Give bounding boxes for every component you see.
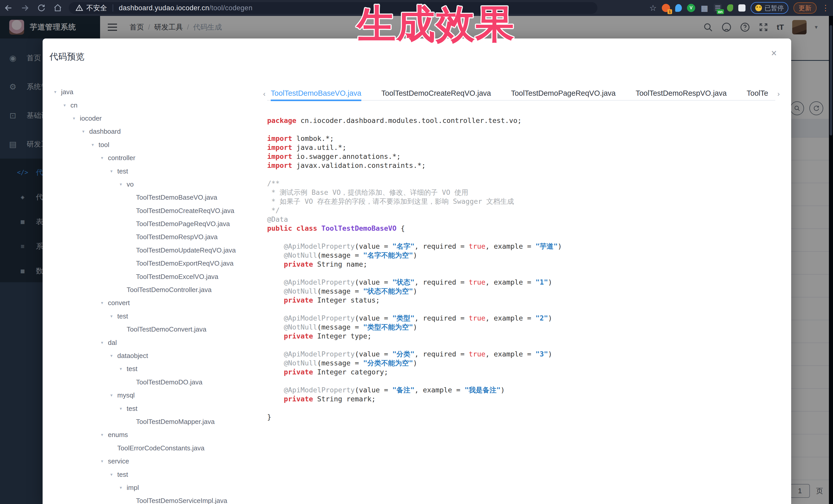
ext-list-icon[interactable]: on [714, 4, 722, 12]
tree-node[interactable]: ▾service [43, 455, 261, 468]
back-icon[interactable] [4, 4, 13, 12]
tree-node[interactable]: ToolTestDemoUpdateReqVO.java [43, 244, 261, 257]
code-preview-dialog: 代码预览 × ▾java▾cn▾iocoder▾dashboard▾tool▾c… [43, 39, 791, 504]
tabs-scroll-right-icon[interactable]: › [775, 90, 782, 98]
ext-orange-icon[interactable]: 1 [662, 4, 670, 12]
tree-node[interactable]: ▾controller [43, 151, 261, 165]
tree-node[interactable]: ToolTestDemoBaseVO.java [43, 191, 261, 204]
tree-node[interactable]: ToolTestDemoController.java [43, 283, 261, 296]
tree-node[interactable]: ToolTestDemoPageReqVO.java [43, 217, 261, 231]
bookmark-star-icon[interactable]: ☆ [649, 3, 657, 13]
tree-node[interactable]: ▾test [43, 310, 261, 323]
tree-node[interactable]: ToolTestDemoExportReqVO.java [43, 257, 261, 270]
tree-node[interactable]: ▾cn [43, 99, 261, 112]
ext-green-v-icon[interactable]: V [687, 4, 695, 12]
tree-node[interactable]: ToolTestDemoDO.java [43, 376, 261, 389]
tree-node-label: java [61, 88, 73, 96]
forward-icon[interactable] [21, 4, 29, 12]
code-line: } [267, 412, 781, 422]
tree-node[interactable]: ▾test [43, 362, 261, 376]
code-line: */ [267, 206, 781, 215]
tree-node[interactable]: ToolTestDemoCreateReqVO.java [43, 204, 261, 217]
tree-node[interactable]: ToolTestDemoExcelVO.java [43, 270, 261, 283]
code-line: /** [267, 179, 781, 188]
tree-node[interactable]: ▾test [43, 165, 261, 177]
update-button[interactable]: 更新 [793, 2, 816, 14]
code-line: private Integer status; [267, 296, 781, 305]
file-tab[interactable]: ToolTe [747, 87, 768, 101]
browser-menu-icon[interactable]: ⋮ [822, 4, 829, 12]
code-line: * 如果子 VO 存在差异的字段，请不要添加到这里，影响 Swagger 文档生… [267, 197, 781, 206]
tree-node-label: ToolTestDemoUpdateReqVO.java [136, 246, 236, 254]
code-line: @ApiModelProperty(value = "状态", required… [267, 278, 781, 287]
ext-drop-icon[interactable] [675, 4, 682, 12]
tree-node[interactable]: ▾test [43, 468, 261, 481]
tree-node-label: ToolTestDemoBaseVO.java [136, 193, 217, 201]
tree-node-label: test [117, 167, 128, 175]
page-scrollbar[interactable] [829, 16, 833, 504]
code-line [267, 305, 781, 314]
tree-node[interactable]: ToolErrorCodeConstants.java [43, 442, 261, 455]
ext-puzzle-icon[interactable] [738, 4, 745, 11]
extensions-row: 1V▦on [662, 4, 745, 12]
extension-badge: 1 [667, 9, 672, 14]
tree-node-label: dal [108, 339, 117, 347]
tree-node-label: ToolTestDemoExportReqVO.java [136, 260, 234, 267]
tree-node[interactable]: ToolTestDemoServiceImpl.java [43, 494, 261, 504]
tree-node[interactable]: ▾mysql [43, 389, 261, 402]
tree-node[interactable]: ▾dal [43, 336, 261, 349]
tree-node-label: test [117, 312, 128, 320]
tabs-scroll-left-icon[interactable]: ‹ [261, 90, 268, 98]
tree-node-label: mysql [117, 391, 135, 399]
tree-caret-icon: ▾ [110, 393, 117, 398]
code-line: @NotNull(message = "类型不能为空") [267, 322, 781, 332]
tree-node-label: dataobject [117, 352, 148, 360]
tree-node[interactable]: ▾impl [43, 481, 261, 494]
tree-node[interactable]: ▾tool [43, 138, 261, 151]
tree-caret-icon: ▾ [101, 459, 108, 464]
tree-node[interactable]: ToolTestDemoConvert.java [43, 323, 261, 336]
tree-node[interactable]: ▾dashboard [43, 125, 261, 138]
tree-node[interactable]: ▾vo [43, 178, 261, 191]
home-icon[interactable] [53, 4, 62, 12]
tree-node[interactable]: ▾iocoder [43, 112, 261, 125]
file-tab[interactable]: ToolTestDemoRespVO.java [636, 87, 727, 101]
tree-node-label: ToolTestDemoController.java [127, 286, 212, 294]
file-tab[interactable]: ToolTestDemoPageReqVO.java [511, 87, 616, 101]
code-line: @NotNull(message = "状态不能为空") [267, 287, 781, 296]
tree-caret-icon: ▾ [120, 366, 127, 371]
tree-node-label: service [108, 457, 129, 465]
omnibox-divider [113, 4, 113, 11]
paused-extension-button[interactable]: 已暂停 [751, 2, 788, 14]
tree-node[interactable]: ▾dataobject [43, 349, 261, 362]
tree-node[interactable]: ▾java [43, 86, 261, 99]
scrollbar-thumb[interactable] [830, 25, 832, 136]
file-tab[interactable]: ToolTestDemoCreateReqVO.java [381, 87, 491, 101]
tree-node[interactable]: ToolTestDemoRespVO.java [43, 231, 261, 243]
tree-node-label: ToolErrorCodeConstants.java [117, 444, 205, 452]
tree-node[interactable]: ▾convert [43, 296, 261, 310]
code-line: package cn.iocoder.dashboard.modules.too… [267, 116, 781, 125]
tree-caret-icon: ▾ [73, 116, 80, 121]
tree-node[interactable]: ToolTestDemoMapper.java [43, 415, 261, 428]
url-bar[interactable]: 不安全 dashboard.yudao.iocoder.cn/tool/code… [69, 2, 597, 14]
screen: 不安全 dashboard.yudao.iocoder.cn/tool/code… [0, 0, 833, 504]
tree-node-label: ToolTestDemoRespVO.java [136, 233, 218, 241]
code-line: import javax.validation.constraints.*; [267, 161, 781, 170]
ext-plant-icon[interactable] [727, 4, 733, 11]
code-line [267, 269, 781, 278]
close-icon[interactable]: × [771, 48, 777, 58]
tree-node-label: enums [108, 431, 128, 439]
tree-node[interactable]: ▾test [43, 402, 261, 415]
tree-caret-icon: ▾ [120, 182, 127, 187]
ext-grid-icon[interactable]: ▦ [700, 4, 709, 12]
browser-nav [0, 4, 62, 12]
security-label: 不安全 [86, 3, 107, 13]
tree-node[interactable]: ▾enums [43, 428, 261, 441]
file-tab[interactable]: ToolTestDemoBaseVO.java [271, 87, 361, 101]
reload-icon[interactable] [37, 4, 46, 12]
code-line: @ApiModelProperty(value = "分类", required… [267, 350, 781, 359]
code-line: @ApiModelProperty(value = "名字", required… [267, 242, 781, 251]
code-line: @NotNull(message = "名字不能为空") [267, 251, 781, 260]
code-line [267, 377, 781, 385]
